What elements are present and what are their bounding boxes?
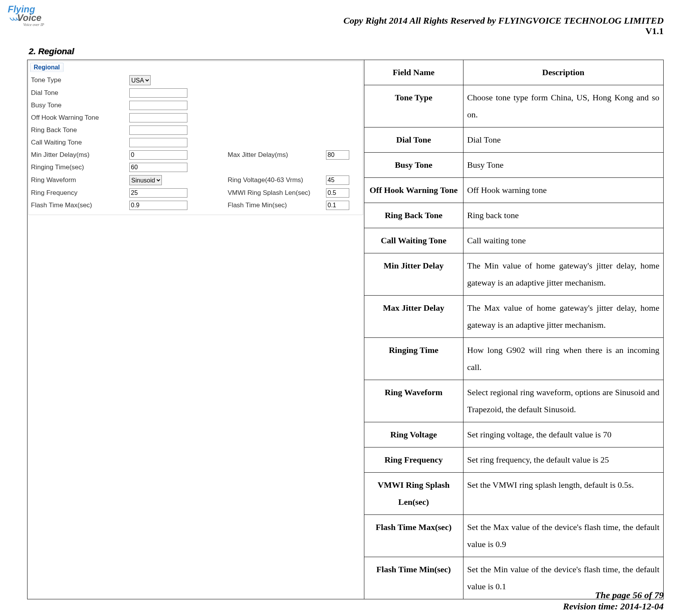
- form-label: Dial Tone: [31, 89, 128, 97]
- form-label: Ring Frequency: [31, 189, 128, 197]
- table-row: Ring VoltageSet ringing voltage, the def…: [364, 422, 663, 447]
- page-header: Copy Right 2014 All Rights Reserved by F…: [343, 15, 664, 36]
- form-label: Flash Time Max(sec): [31, 201, 128, 209]
- field-name-cell: Min Jitter Delay: [364, 253, 463, 296]
- form-input[interactable]: [326, 188, 349, 198]
- form-input[interactable]: [129, 113, 187, 122]
- description-cell-text: Select regional ring waveform, options a…: [463, 380, 663, 422]
- table-row: Min Jitter DelayThe Min value of home ga…: [364, 253, 663, 296]
- brand-logo: Flying Voice Voice over IP: [8, 4, 54, 31]
- field-name-cell: VMWI Ring Splash Len(sec): [364, 473, 463, 515]
- page-number: The page 56 of 79: [563, 590, 664, 601]
- form-field: [129, 188, 226, 198]
- field-name-cell: Flash Time Min(sec): [364, 557, 463, 599]
- form-label: Call Waiting Tone: [31, 139, 128, 146]
- form-field: [129, 150, 226, 160]
- form-input[interactable]: [326, 201, 349, 210]
- field-name-cell: Busy Tone: [364, 153, 463, 178]
- form-label: Ring Waveform: [31, 176, 128, 184]
- form-field: [326, 150, 372, 160]
- form-label: Tone Type: [31, 76, 128, 84]
- form-input[interactable]: [326, 176, 349, 185]
- table-row: Dial ToneDial Tone: [364, 127, 663, 153]
- col-description: Description: [463, 60, 663, 85]
- table-row: Ring FrequencySet ring frequency, the de…: [364, 447, 663, 473]
- copyright-text: Copy Right 2014 All Rights Reserved by F…: [343, 15, 664, 26]
- form-field: USA: [129, 75, 226, 85]
- description-cell-text: The Min value of home gateway's jitter d…: [463, 253, 663, 296]
- form-label: Flash Time Min(sec): [228, 201, 324, 209]
- field-name-cell: Ring Waveform: [364, 380, 463, 422]
- form-label: Busy Tone: [31, 102, 128, 109]
- table-row: Call Waiting ToneCall waiting tone: [364, 228, 663, 253]
- description-cell-text: Set ringing voltage, the default value i…: [463, 422, 663, 447]
- form-field: [326, 201, 372, 210]
- form-label: Max Jitter Delay(ms): [228, 151, 324, 159]
- logo-line2: Voice: [17, 12, 63, 23]
- table-row: Ring Back ToneRing back tone: [364, 203, 663, 228]
- form-input[interactable]: [326, 150, 349, 160]
- col-field-name: Field Name: [364, 60, 463, 85]
- form-select[interactable]: Sinusoid: [129, 175, 162, 185]
- form-label: Ring Voltage(40-63 Vrms): [228, 176, 324, 184]
- description-cell: Field Name Description Tone TypeChoose t…: [364, 60, 663, 599]
- table-row: Max Jitter DelayThe Max value of home ga…: [364, 296, 663, 338]
- field-name-cell: Tone Type: [364, 85, 463, 127]
- field-name-cell: Off Hook Warning Tone: [364, 178, 463, 203]
- field-name-cell: Flash Time Max(sec): [364, 515, 463, 557]
- table-row: Ring WaveformSelect regional ring wavefo…: [364, 380, 663, 422]
- form-field: [129, 113, 226, 122]
- description-cell-text: Busy Tone: [463, 153, 663, 178]
- form-input[interactable]: [129, 101, 187, 110]
- form-field: [129, 101, 226, 110]
- form-input[interactable]: [129, 138, 187, 147]
- page-footer: The page 56 of 79 Revision time: 2014-12…: [563, 590, 664, 612]
- revision-time: Revision time: 2014-12-04: [563, 601, 664, 612]
- form-legend: Regional: [30, 63, 63, 72]
- form-input[interactable]: [129, 188, 187, 198]
- form-field: [129, 88, 226, 98]
- field-name-cell: Dial Tone: [364, 127, 463, 153]
- form-field: [326, 176, 372, 185]
- table-row: Tone TypeChoose tone type form China, US…: [364, 85, 663, 127]
- form-input[interactable]: [129, 201, 187, 210]
- logo-subtitle: Voice over IP: [23, 22, 70, 27]
- form-select[interactable]: USA: [129, 75, 151, 85]
- screenshot-cell: Regional Tone TypeUSADial ToneBusy ToneO…: [27, 60, 364, 599]
- table-row: VMWI Ring Splash Len(sec)Set the VMWI ri…: [364, 473, 663, 515]
- form-field: [129, 126, 226, 135]
- form-field: [129, 201, 226, 210]
- description-cell-text: The Max value of home gateway's jitter d…: [463, 296, 663, 338]
- description-cell-text: Dial Tone: [463, 127, 663, 153]
- description-cell-text: Ring back tone: [463, 203, 663, 228]
- form-input[interactable]: [129, 163, 187, 172]
- description-cell-text: Call waiting tone: [463, 228, 663, 253]
- field-name-cell: Ring Voltage: [364, 422, 463, 447]
- section-number: 2.: [29, 46, 36, 56]
- regional-form-panel: Regional Tone TypeUSADial ToneBusy ToneO…: [28, 61, 363, 215]
- form-field: [129, 138, 226, 147]
- form-input[interactable]: [129, 88, 187, 98]
- form-input[interactable]: [129, 126, 187, 135]
- content-table: Regional Tone TypeUSADial ToneBusy ToneO…: [27, 60, 664, 599]
- table-header-row: Field Name Description: [364, 60, 663, 85]
- version-text: V1.1: [343, 26, 664, 36]
- form-field: [326, 188, 372, 198]
- form-label: Min Jitter Delay(ms): [31, 151, 128, 159]
- form-field: [129, 163, 226, 172]
- description-cell-text: Set the VMWI ring splash length, default…: [463, 473, 663, 515]
- description-cell-text: Off Hook warning tone: [463, 178, 663, 203]
- form-label: Ringing Time(sec): [31, 163, 128, 171]
- section-title: Regional: [38, 46, 74, 56]
- table-row: Ringing TimeHow long G902 will ring when…: [364, 338, 663, 380]
- form-label: Off Hook Warning Tone: [31, 114, 128, 122]
- field-name-cell: Ring Frequency: [364, 447, 463, 473]
- form-label: VMWI Ring Splash Len(sec): [228, 189, 324, 197]
- description-cell-text: How long G902 will ring when there is an…: [463, 338, 663, 380]
- description-table: Field Name Description Tone TypeChoose t…: [364, 60, 663, 599]
- field-name-cell: Ringing Time: [364, 338, 463, 380]
- table-row: Flash Time Max(sec)Set the Max value of …: [364, 515, 663, 557]
- form-input[interactable]: [129, 150, 187, 160]
- table-row: Off Hook Warning ToneOff Hook warning to…: [364, 178, 663, 203]
- description-cell-text: Set ring frequency, the default value is…: [463, 447, 663, 473]
